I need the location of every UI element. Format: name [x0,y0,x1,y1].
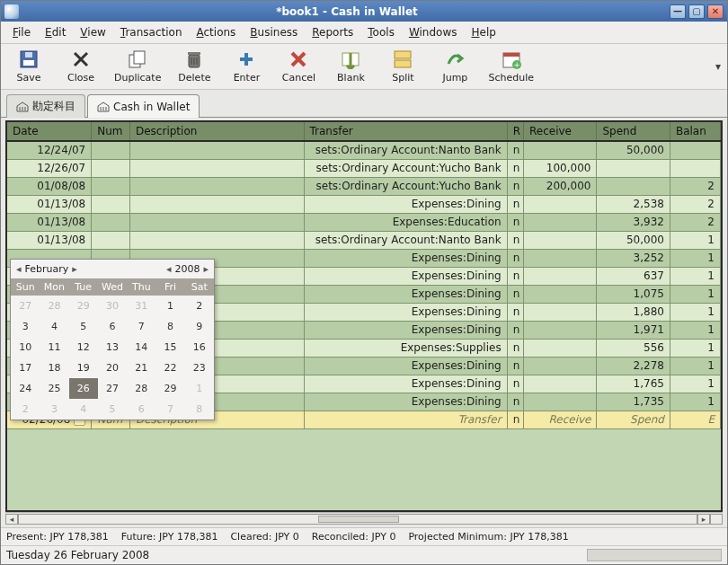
cell-transfer[interactable]: Expenses:Dining [304,249,507,267]
cell-r[interactable]: n [507,231,523,249]
table-row[interactable]: 01/08/08sets:Ordinary Account:Yucho Bank… [7,177,721,195]
calendar-day[interactable]: 31 [127,296,155,316]
cell-receive[interactable]: 200,000 [523,177,596,195]
cell-balance[interactable] [670,159,720,177]
cell-r[interactable]: n [507,195,523,213]
calendar-day[interactable]: 5 [69,316,98,337]
cell-date[interactable]: 01/13/08 [7,213,92,231]
calendar-day[interactable]: 28 [127,378,155,399]
cell-spend[interactable]: 3,252 [597,249,670,267]
cell-receive[interactable] [523,213,596,231]
entry-r[interactable]: n [507,411,523,428]
cell-spend[interactable]: 2,278 [597,357,670,375]
col-balance[interactable]: Balan [670,122,720,141]
cell-num[interactable] [92,141,130,159]
calendar-day[interactable]: 23 [185,358,214,378]
calendar-day[interactable]: 8 [185,399,214,419]
cell-spend[interactable]: 2,538 [597,195,670,213]
cell-num[interactable] [92,159,130,177]
tab-accounts[interactable]: 勘定科目 [6,94,85,118]
cell-receive[interactable] [523,267,596,285]
menu-windows[interactable]: Windows [403,24,464,40]
cell-receive[interactable] [523,303,596,321]
cell-transfer[interactable]: Expenses:Dining [304,267,507,285]
scroll-right-button[interactable]: ▸ [697,514,710,525]
calendar-day[interactable]: 21 [127,358,155,378]
cell-spend[interactable] [597,177,670,195]
cell-transfer[interactable]: Expenses:Education [304,213,507,231]
cell-receive[interactable] [523,231,596,249]
calendar-day[interactable]: 7 [155,399,184,419]
cell-r[interactable]: n [507,375,523,393]
calendar-day[interactable]: 1 [155,296,184,316]
calendar-day[interactable]: 4 [69,399,98,419]
calendar-day[interactable]: 29 [155,378,184,399]
cell-balance[interactable]: 1 [670,321,720,339]
cell-r[interactable]: n [507,159,523,177]
cell-balance[interactable]: 1 [670,375,720,393]
calendar-day[interactable]: 14 [127,337,155,358]
cell-r[interactable]: n [507,303,523,321]
cell-transfer[interactable]: Expenses:Dining [304,393,507,411]
tab-cash-in-wallet[interactable]: Cash in Wallet [87,94,200,118]
cell-transfer[interactable]: Expenses:Dining [304,285,507,303]
cell-desc[interactable] [129,231,304,249]
cell-balance[interactable]: 1 [670,231,720,249]
next-month-button[interactable]: ▸ [72,263,77,275]
calendar-day[interactable]: 16 [185,337,214,358]
cell-r[interactable]: n [507,393,523,411]
cell-r[interactable]: n [507,267,523,285]
calendar-day[interactable]: 4 [40,316,68,337]
toolbar-overflow[interactable]: ▾ [711,60,725,73]
col-reconciled[interactable]: R [507,122,523,141]
menu-transaction[interactable]: Transaction [114,24,189,40]
cell-spend[interactable]: 1,880 [597,303,670,321]
cell-date[interactable]: 12/24/07 [7,141,92,159]
next-year-button[interactable]: ▸ [203,263,209,275]
cell-receive[interactable] [523,357,596,375]
table-row[interactable]: 12/24/07sets:Ordinary Account:Nanto Bank… [7,141,721,159]
cell-balance[interactable]: 1 [670,357,720,375]
col-description[interactable]: Description [129,122,304,141]
cell-spend[interactable]: 50,000 [597,231,670,249]
cell-spend[interactable]: 1,765 [597,375,670,393]
cell-num[interactable] [92,195,130,213]
calendar-year[interactable]: 2008 [174,263,200,275]
cell-balance[interactable]: 1 [670,267,720,285]
prev-month-button[interactable]: ◂ [16,263,22,275]
cell-desc[interactable] [129,177,304,195]
cell-r[interactable]: n [507,339,523,357]
schedule-button[interactable]: + Schedule [481,46,541,87]
calendar-day[interactable]: 15 [155,337,184,358]
cell-spend[interactable]: 637 [597,267,670,285]
cell-receive[interactable] [523,141,596,159]
cell-transfer[interactable]: sets:Ordinary Account:Nanto Bank [304,231,507,249]
cell-transfer[interactable]: Expenses:Supplies [304,339,507,357]
calendar-day[interactable]: 20 [98,358,127,378]
cell-r[interactable]: n [507,213,523,231]
prev-year-button[interactable]: ◂ [166,263,172,275]
cell-spend[interactable]: 1,075 [597,285,670,303]
duplicate-button[interactable]: Duplicate [107,46,168,87]
cell-spend[interactable]: 50,000 [597,141,670,159]
menu-actions[interactable]: Actions [191,24,243,40]
menu-reports[interactable]: Reports [306,24,360,40]
calendar-day[interactable]: 22 [155,358,184,378]
table-row[interactable]: 01/13/08Expenses:Diningn2,5382 [7,195,721,213]
cell-receive[interactable]: 100,000 [523,159,596,177]
calendar-day[interactable]: 3 [11,316,40,337]
cell-date[interactable]: 01/13/08 [7,231,92,249]
table-row[interactable]: 01/13/08sets:Ordinary Account:Nanto Bank… [7,231,721,249]
cell-r[interactable]: n [507,285,523,303]
cell-spend[interactable]: 3,932 [597,213,670,231]
col-num[interactable]: Num [92,122,130,141]
calendar-day[interactable]: 12 [69,337,98,358]
entry-balance[interactable]: E [670,411,720,428]
calendar-day[interactable]: 18 [40,358,68,378]
cell-spend[interactable]: 1,971 [597,321,670,339]
window-minimize-button[interactable]: — [670,4,686,19]
horizontal-scrollbar[interactable]: ◂ ▸ [5,512,723,525]
cell-receive[interactable] [523,285,596,303]
split-button[interactable]: Split [377,46,429,87]
cell-transfer[interactable]: sets:Ordinary Account:Yucho Bank [304,159,507,177]
